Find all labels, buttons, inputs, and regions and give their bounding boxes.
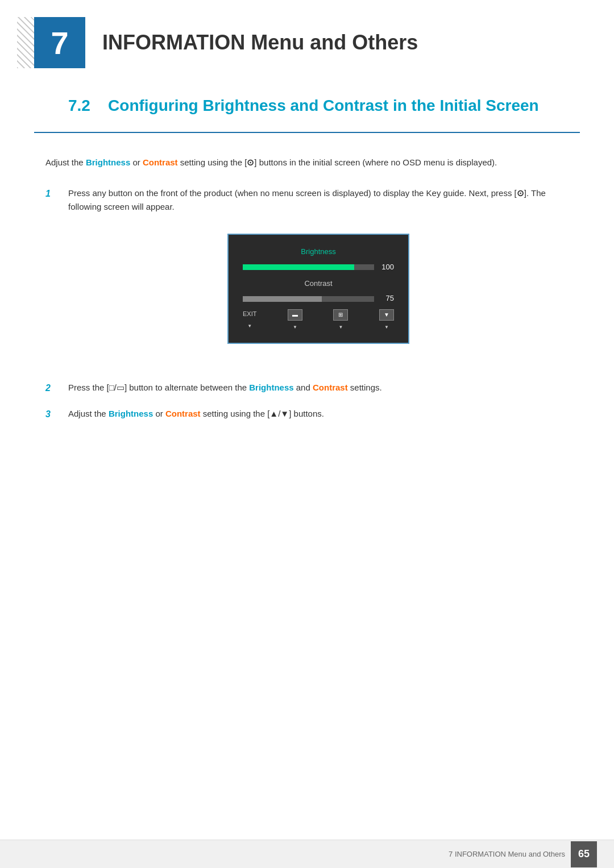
page-content: Adjust the Brightness or Contrast settin… — [0, 156, 614, 421]
intro-text-before: Adjust the — [45, 157, 86, 167]
step-2-number: 2 — [45, 381, 68, 396]
step-3-text-before: Adjust the — [68, 409, 109, 418]
step-3-end: setting using the [▲/▼] buttons. — [203, 409, 324, 418]
osd-btn-1: ▬ — [288, 309, 302, 321]
intro-text-or: or — [132, 157, 143, 167]
osd-exit-arrow: ▼ — [247, 323, 252, 330]
step-3-contrast: Contrast — [165, 409, 201, 418]
step-2-contrast: Contrast — [313, 383, 348, 392]
osd-brightness-label: Brightness — [243, 246, 394, 258]
osd-contrast-label: Contrast — [243, 278, 394, 290]
osd-btn-3: ▼ — [379, 309, 394, 321]
step-1-text: Press any button on the front of the pro… — [68, 188, 546, 211]
step-3-or: or — [155, 409, 165, 418]
intro-brightness-label: Brightness — [86, 157, 130, 167]
osd-contrast-value: 75 — [374, 293, 394, 305]
page-footer: 7 INFORMATION Menu and Others 65 — [0, 840, 614, 868]
osd-contrast-bar-container — [243, 296, 374, 302]
osd-contrast-bar-row: 75 — [243, 293, 394, 305]
osd-buttons-row: EXIT ▼ ▬ ▼ ⊞ — [243, 309, 394, 331]
osd-brightness-bar-fill — [243, 264, 354, 270]
step-2: 2 Press the [□/▭] button to alternate be… — [45, 381, 569, 396]
intro-contrast-label: Contrast — [143, 157, 178, 167]
footer-chapter-ref: 7 INFORMATION Menu and Others — [449, 850, 565, 858]
osd-btn-1-icon: ▬ — [292, 310, 298, 319]
step-2-content: Press the [□/▭] button to alternate betw… — [68, 381, 569, 396]
steps-list: 1 Press any button on the front of the p… — [45, 186, 569, 421]
section-heading: 7.2 Configuring Brightness and Contrast … — [34, 91, 580, 133]
intro-paragraph: Adjust the Brightness or Contrast settin… — [45, 156, 569, 169]
osd-exit-group: EXIT ▼ — [243, 309, 256, 330]
step-3: 3 Adjust the Brightness or Contrast sett… — [45, 407, 569, 422]
step-2-and: and — [296, 383, 313, 392]
step-2-text: Press the [□/▭] button to alternate betw… — [68, 383, 249, 392]
osd-btn-3-group: ▼ ▼ — [379, 309, 394, 331]
osd-btn-3-arrow: ▼ — [384, 324, 389, 331]
step-2-brightness: Brightness — [249, 383, 293, 392]
chapter-header: 7 INFORMATION Menu and Others — [0, 0, 614, 80]
intro-text-rest: setting using the [⊙] buttons in the ini… — [180, 157, 497, 167]
osd-btn-2: ⊞ — [333, 309, 348, 321]
section-title-text: Configuring Brightness and Contrast in t… — [108, 97, 539, 114]
step-1: 1 Press any button on the front of the p… — [45, 186, 569, 369]
osd-btn-2-group: ⊞ ▼ — [333, 309, 348, 331]
osd-btn-1-arrow: ▼ — [293, 324, 297, 331]
osd-brightness-value: 100 — [374, 261, 394, 273]
section-number: 7.2 — [68, 97, 90, 114]
step-3-number: 3 — [45, 407, 68, 422]
osd-btn-3-icon: ▼ — [384, 310, 389, 319]
step-1-content: Press any button on the front of the pro… — [68, 186, 569, 369]
step-3-content: Adjust the Brightness or Contrast settin… — [68, 407, 569, 422]
osd-screen: Brightness 100 Contrast — [227, 234, 409, 344]
osd-brightness-bar-row: 100 — [243, 261, 394, 273]
step-2-end: settings. — [350, 383, 382, 392]
osd-btn-2-arrow: ▼ — [339, 324, 343, 331]
footer-page-number: 65 — [571, 841, 597, 867]
osd-contrast-bar-fill — [243, 296, 322, 302]
step-3-brightness: Brightness — [109, 409, 153, 418]
osd-brightness-bar-container — [243, 264, 374, 270]
step-1-number: 1 — [45, 186, 68, 369]
osd-btn-1-group: ▬ ▼ — [288, 309, 302, 331]
section-title: 7.2 Configuring Brightness and Contrast … — [68, 97, 546, 115]
osd-mockup-wrapper: Brightness 100 Contrast — [68, 222, 569, 355]
osd-btn-2-icon: ⊞ — [338, 310, 343, 319]
osd-exit-label: EXIT — [243, 309, 256, 319]
chapter-number: 7 — [51, 24, 68, 61]
chapter-title: INFORMATION Menu and Others — [102, 31, 418, 55]
chapter-badge: 7 — [34, 17, 85, 68]
